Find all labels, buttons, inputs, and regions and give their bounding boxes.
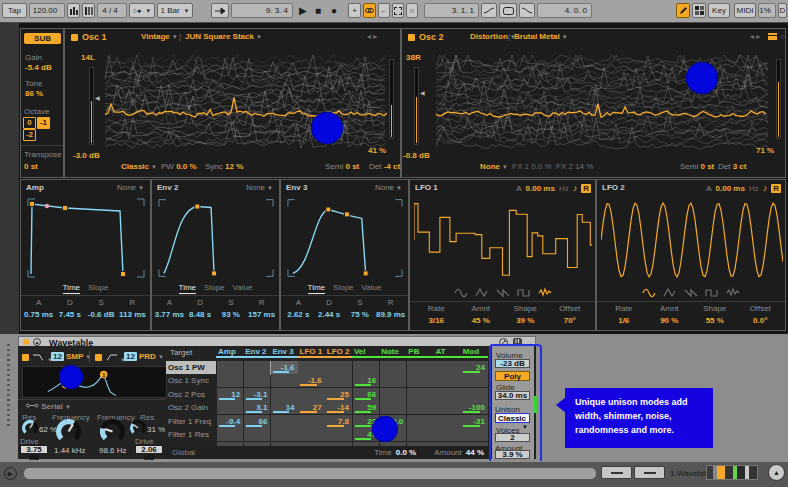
lfo-rate[interactable]: Rate3/16	[414, 304, 459, 325]
adsr-value[interactable]: 93 %	[216, 310, 247, 319]
matrix-cell[interactable]	[434, 401, 461, 414]
lfo2-display[interactable]	[601, 196, 783, 284]
matrix-cell[interactable]	[461, 428, 488, 441]
matrix-cell[interactable]	[298, 415, 325, 428]
adsr-d[interactable]: D8.48 s	[185, 298, 216, 319]
device-chain-thumbnail[interactable]	[706, 465, 758, 480]
osc2-position-value[interactable]: 71 %	[756, 146, 774, 155]
matrix-cell[interactable]: 14	[271, 401, 298, 414]
square-wave-icon[interactable]	[517, 287, 531, 300]
osc1-gain-value[interactable]: -3.0 dB	[73, 151, 100, 160]
matrix-cell[interactable]	[434, 374, 461, 387]
adsr-s[interactable]: S75 %	[345, 298, 376, 319]
filter1-circuit-selector[interactable]: SMP▼	[66, 352, 91, 361]
osc2-detune-control[interactable]: Det 3 ct	[718, 162, 746, 171]
device-drag-handle[interactable]	[7, 344, 10, 426]
lfo1-display[interactable]	[414, 196, 592, 284]
matrix-cell[interactable]: -31	[461, 415, 488, 428]
osc1-detune-control[interactable]: Det -4 ct	[369, 162, 400, 171]
punch-in-button[interactable]	[481, 3, 497, 18]
octave-0-button[interactable]: 0	[23, 117, 36, 129]
saw-wave-icon[interactable]	[496, 287, 510, 300]
adsr-a[interactable]: A2.62 s	[283, 298, 314, 319]
loop-button[interactable]	[499, 3, 517, 18]
osc1-sync-control[interactable]: Sync 12 %	[205, 162, 243, 171]
matrix-cell[interactable]: 59	[353, 401, 380, 414]
osc1-semi-control[interactable]: Semi 0 st	[325, 162, 359, 171]
note-sync-icon[interactable]: ♪	[573, 183, 578, 193]
random-wave-icon[interactable]	[726, 287, 740, 300]
loop-start-display[interactable]: 3. 1. 1	[424, 3, 479, 18]
lfo-offset[interactable]: Offset0.0°	[738, 304, 784, 325]
matrix-cell[interactable]: 24	[461, 361, 488, 374]
lfo-shape[interactable]: Shape39 %	[503, 304, 548, 325]
chain-link-button[interactable]	[363, 3, 376, 18]
osc2-fx2-control[interactable]: FX 2 14 %	[556, 162, 593, 171]
matrix-cell[interactable]: 12	[217, 388, 244, 401]
disk-overload-indicator[interactable]: D	[778, 3, 787, 18]
lfo-value[interactable]: 55 %	[692, 316, 738, 325]
adsr-r[interactable]: R113 ms	[117, 298, 148, 319]
matrix-target-osc-2-gain[interactable]: Osc 2 Gain	[166, 401, 216, 414]
osc2-gain-slider[interactable]	[414, 67, 419, 145]
filter1-enable-checkbox[interactable]	[22, 354, 29, 361]
adsr-value[interactable]: 7.45 s	[54, 310, 85, 319]
device-activator-led[interactable]	[23, 339, 29, 345]
matrix-target-osc-1-pw[interactable]: Osc 1 PW	[166, 361, 216, 374]
lfo-retrigger-button[interactable]: R	[581, 184, 591, 193]
sine-wave-icon[interactable]	[642, 287, 656, 300]
matrix-cell[interactable]: -1.6	[298, 374, 325, 387]
metronome-count-in-icon[interactable]	[67, 3, 80, 18]
filter-display[interactable]: 2 1	[22, 366, 167, 398]
hamburger-menu-icon[interactable]	[768, 33, 777, 40]
matrix-column-at[interactable]: AT	[434, 347, 461, 358]
poly-button[interactable]: Poly	[495, 371, 530, 381]
stop-button[interactable]: ■	[315, 4, 321, 18]
tempo-display[interactable]: 120.00	[29, 3, 65, 18]
wavetable-nav-arrows[interactable]: ◂ ▸	[367, 32, 377, 41]
octave--1-button[interactable]: -1	[37, 117, 50, 129]
osc1-wavetable-selector[interactable]: JUN Square Stack▼	[185, 32, 262, 41]
matrix-cell[interactable]	[325, 374, 352, 387]
matrix-cell[interactable]: 7.8	[325, 415, 352, 428]
matrix-cell[interactable]: 66	[244, 415, 271, 428]
matrix-cell[interactable]	[271, 388, 298, 401]
matrix-column-lfo-1[interactable]: LFO 1	[298, 347, 325, 358]
filter2-res-knob[interactable]	[130, 420, 146, 438]
adsr-a[interactable]: A0.75 ms	[23, 298, 54, 319]
back-arrow-button[interactable]: ←	[378, 3, 390, 18]
matrix-cell[interactable]: -14	[325, 401, 352, 414]
matrix-cell[interactable]	[434, 428, 461, 441]
matrix-column-vel[interactable]: Vel	[352, 347, 379, 358]
transpose-value[interactable]: 0 st	[24, 162, 38, 171]
osc2-pan-value[interactable]: 38R	[406, 53, 421, 62]
lfo-value[interactable]: 0.0°	[738, 316, 784, 325]
lfo-value[interactable]: 70°	[548, 316, 593, 325]
matrix-cell[interactable]: -100	[461, 401, 488, 414]
matrix-target-osc-1-sync[interactable]: Osc 1 Sync	[166, 374, 216, 387]
matrix-cell[interactable]	[353, 361, 380, 374]
filter1-drive-value[interactable]: 3.75 dB	[20, 445, 48, 454]
envelope-handle[interactable]	[121, 272, 126, 277]
arrangement-position-display[interactable]: 9. 3. 4	[231, 3, 293, 18]
osc2-wavetable-display[interactable]	[436, 53, 768, 155]
minimize-device-button[interactable]	[634, 466, 665, 479]
dashed-box-button[interactable]	[392, 3, 404, 18]
matrix-cell[interactable]	[380, 361, 407, 374]
lfo-value[interactable]: 1/6	[601, 316, 647, 325]
filter1-slope-badge[interactable]: 12	[51, 352, 64, 361]
time-value[interactable]: 0.0 %	[396, 448, 416, 457]
matrix-cell[interactable]	[434, 388, 461, 401]
lfo-value[interactable]: 3/16	[414, 316, 459, 325]
matrix-cell[interactable]: 25	[325, 388, 352, 401]
filter-routing-selector[interactable]: Serial▼	[26, 402, 71, 411]
matrix-cell[interactable]	[244, 374, 271, 387]
envelope-handle[interactable]	[363, 271, 368, 276]
matrix-target-filter-1-res[interactable]: Filter 1 Res	[166, 428, 216, 441]
unison-amount-field[interactable]: 3.9 %	[495, 450, 530, 459]
time-signature-display[interactable]: 4 / 4	[97, 3, 127, 18]
key-map-button[interactable]: Key	[708, 3, 730, 18]
matrix-cell[interactable]: 66	[353, 388, 380, 401]
filter1-res-knob[interactable]	[22, 420, 38, 438]
minimize-clip-button[interactable]	[601, 466, 632, 479]
